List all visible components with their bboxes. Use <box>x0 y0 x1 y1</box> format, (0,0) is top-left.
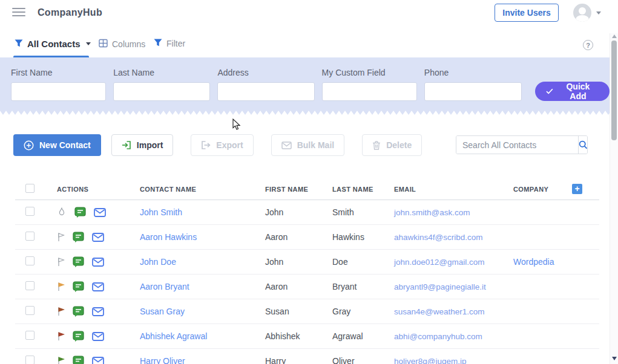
zigzag-border <box>0 111 610 115</box>
hamburger-icon[interactable] <box>12 8 25 18</box>
header-email: EMAIL <box>390 186 508 193</box>
row-checkbox[interactable] <box>25 281 35 290</box>
row-checkbox[interactable] <box>25 306 35 315</box>
chat-icon[interactable] <box>74 207 86 218</box>
envelope-icon <box>281 141 292 149</box>
table-row[interactable]: Susan Gray Susan Gray susan4e@weather1.c… <box>15 299 599 324</box>
table-row[interactable]: Aaron Hawkins Aaron Hawkins ahawkins4f@s… <box>15 225 599 250</box>
search-button[interactable] <box>578 136 588 154</box>
flag-icon[interactable] <box>57 331 65 341</box>
mail-icon[interactable] <box>92 258 104 267</box>
email-link[interactable]: holiver8g@jugem.jp <box>394 357 467 364</box>
table-row[interactable]: Harry Oliver Harry Oliver holiver8g@juge… <box>15 349 599 364</box>
check-icon <box>546 88 553 94</box>
chat-icon[interactable] <box>73 232 84 242</box>
first-name-cell: Abhishek <box>260 331 327 341</box>
header-company: COMPANY <box>508 186 569 193</box>
tab-filter[interactable]: Filter <box>154 39 185 48</box>
select-all-checkbox[interactable] <box>25 184 35 193</box>
first-name-cell: John <box>260 257 327 267</box>
mail-icon[interactable] <box>92 307 104 316</box>
scrollbar-thumb[interactable] <box>611 41 617 140</box>
last-name-cell: Agrawal <box>327 331 390 341</box>
chat-icon[interactable] <box>73 356 84 364</box>
company-link[interactable]: Wordpedia <box>513 257 554 267</box>
contact-name-link[interactable]: John Smith <box>140 207 182 217</box>
email-link[interactable]: abryantl9@paginegialle.it <box>394 282 486 291</box>
last-name-input[interactable] <box>113 82 210 101</box>
row-checkbox[interactable] <box>25 207 35 216</box>
user-avatar-icon[interactable] <box>573 4 591 22</box>
contact-name-link[interactable]: John Doe <box>140 257 176 267</box>
mouse-cursor <box>232 119 241 133</box>
email-link[interactable]: ahawkins4f@scribd.com <box>394 233 483 242</box>
first-name-cell: Susan <box>260 307 327 316</box>
scroll-down-arrow-icon[interactable] <box>612 357 617 360</box>
mail-icon[interactable] <box>94 208 106 217</box>
first-name-cell: Aaron <box>260 232 327 242</box>
email-link[interactable]: abhi@companyhub.com <box>394 332 482 341</box>
vertical-scrollbar[interactable] <box>610 33 618 364</box>
help-icon[interactable]: ? <box>583 40 593 50</box>
add-column-button[interactable]: + <box>572 184 582 194</box>
email-link[interactable]: john.smith@ask.com <box>394 208 470 217</box>
flag-icon[interactable] <box>57 282 65 291</box>
contact-name-link[interactable]: Aaron Hawkins <box>140 232 197 242</box>
header-actions: ACTIONS <box>51 186 136 193</box>
row-checkbox[interactable] <box>25 232 35 241</box>
table-row[interactable]: John Doe John Doe john.doe012@gmail.com … <box>15 250 599 275</box>
flag-icon[interactable] <box>57 356 65 364</box>
contacts-table: ACTIONS CONTACT NAME FIRST NAME LAST NAM… <box>15 178 599 364</box>
chat-icon[interactable] <box>73 256 84 267</box>
chat-icon[interactable] <box>73 306 84 317</box>
contact-name-link[interactable]: Harry Oliver <box>140 356 185 364</box>
flag-icon[interactable] <box>57 232 65 242</box>
flag-icon[interactable] <box>57 257 65 267</box>
contacts-tbody: John Smith John Smith john.smith@ask.com <box>15 200 599 364</box>
import-button[interactable]: Import <box>111 134 174 156</box>
search-input[interactable] <box>456 136 578 154</box>
email-link[interactable]: susan4e@weather1.com <box>394 307 485 316</box>
table-row[interactable]: Aaron Bryant Aaron Bryant abryantl9@pagi… <box>15 275 599 299</box>
email-link[interactable]: john.doe012@gmail.com <box>394 258 485 267</box>
row-checkbox[interactable] <box>25 331 35 340</box>
row-checkbox[interactable] <box>25 356 35 364</box>
mail-icon[interactable] <box>92 357 104 364</box>
first-name-input[interactable] <box>11 82 106 101</box>
bulk-mail-button[interactable]: Bulk Mail <box>271 134 344 156</box>
quick-add-field-address: Address <box>217 68 314 101</box>
quick-add-field-first-name: First Name <box>11 68 106 101</box>
mail-icon[interactable] <box>92 332 104 341</box>
scroll-up-arrow-icon[interactable] <box>612 34 617 38</box>
last-name-cell: Gray <box>327 307 390 316</box>
header-contact-name: CONTACT NAME <box>136 186 260 193</box>
phone-input[interactable] <box>424 82 522 101</box>
address-input[interactable] <box>217 82 314 101</box>
chat-icon[interactable] <box>73 281 84 292</box>
new-contact-button[interactable]: New Contact <box>13 134 101 156</box>
chevron-down-icon <box>86 42 91 45</box>
tab-all-contacts[interactable]: All Contacts <box>15 39 91 49</box>
search-icon <box>579 140 588 149</box>
mail-icon[interactable] <box>92 282 104 291</box>
table-row[interactable]: Abhishek Agrawal Abhishek Agrawal abhi@c… <box>15 324 599 349</box>
avatar-caret-icon[interactable] <box>596 11 601 15</box>
custom-field-input[interactable] <box>322 82 417 101</box>
chat-icon[interactable] <box>73 331 84 342</box>
mail-icon[interactable] <box>92 233 104 242</box>
delete-button[interactable]: Delete <box>362 134 422 156</box>
phone-label: Phone <box>424 68 522 77</box>
funnel-icon <box>154 39 162 48</box>
invite-users-button[interactable]: Invite Users <box>495 4 559 22</box>
row-checkbox[interactable] <box>25 256 35 265</box>
tab-columns[interactable]: Columns <box>99 39 145 50</box>
quick-add-panel: First Name Last Name Address My Custom F… <box>0 57 610 111</box>
flame-icon[interactable] <box>57 207 67 217</box>
contact-name-link[interactable]: Abhishek Agrawal <box>140 331 207 341</box>
export-button[interactable]: Export <box>191 134 253 156</box>
flag-icon[interactable] <box>57 307 65 316</box>
quick-add-button[interactable]: Quick Add <box>535 82 610 101</box>
contact-name-link[interactable]: Susan Gray <box>140 307 185 316</box>
table-row[interactable]: John Smith John Smith john.smith@ask.com <box>15 200 599 225</box>
contact-name-link[interactable]: Aaron Bryant <box>140 282 189 291</box>
